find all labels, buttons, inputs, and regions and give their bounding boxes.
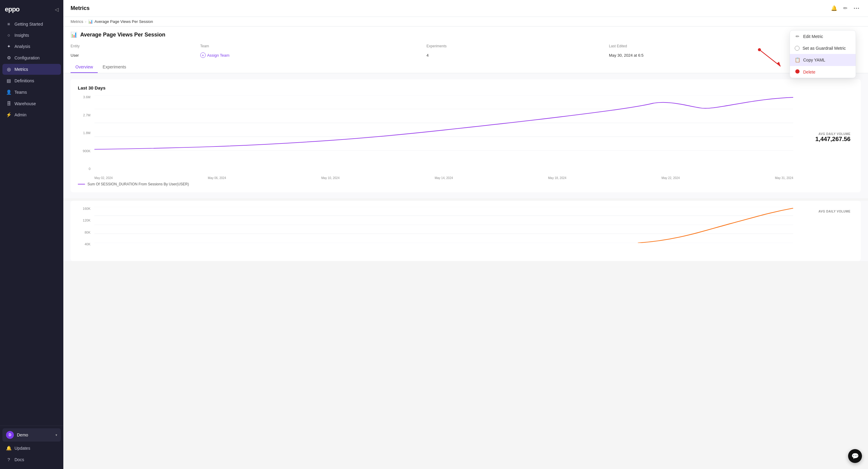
delete-icon <box>795 69 800 74</box>
y2-label-120k: 120K <box>83 219 91 222</box>
avg-volume-box: AVG DAILY VOLUME 1,447,267.56 <box>815 132 850 142</box>
sidebar-bottom: D Demo ▾ 🔔 Updates ? Docs <box>0 426 63 469</box>
sidebar-item-admin[interactable]: ⚡ Admin <box>2 109 61 120</box>
user-menu[interactable]: D Demo ▾ <box>2 428 61 442</box>
app-logo: eppo <box>5 5 20 13</box>
y-label-2.7m: 2.7M <box>83 113 91 117</box>
user-name: Demo <box>17 433 53 437</box>
sidebar-item-warehouse[interactable]: 🗄 Warehouse <box>2 98 61 109</box>
x-label-may18: May 18, 2024 <box>548 176 566 180</box>
sidebar: eppo ◁ ≡ Getting Started ○ Insights ✦ An… <box>0 0 63 469</box>
chat-button[interactable]: 💬 <box>848 449 862 463</box>
metric-breadcrumb-icon: 📊 <box>88 19 93 24</box>
tabs: Overview Experiments <box>70 62 861 73</box>
tab-experiments[interactable]: Experiments <box>98 62 131 73</box>
x-label-may02: May 02, 2024 <box>94 176 113 180</box>
guardrail-icon <box>795 46 800 51</box>
metric-header: 📊 Average Page Views Per Session Entity … <box>63 27 868 73</box>
y2-label-160k: 160K <box>83 207 91 210</box>
chart2-svg <box>94 207 793 243</box>
copy-yaml-label: Copy YAML <box>803 58 825 62</box>
sidebar-item-label: Configuration <box>14 56 39 60</box>
entity-cell: User <box>70 50 200 60</box>
chevron-down-icon: ▾ <box>56 433 57 437</box>
chart-svg <box>94 95 793 159</box>
topbar: Metrics 🔔 ✏ ··· <box>63 0 868 17</box>
chart-section: Last 30 Days 3.6M 2.7M 1.8M 900K 0 <box>63 73 868 198</box>
configuration-icon: ⚙ <box>6 55 11 61</box>
metric-info-table: Entity Team Experiments Last Edited User… <box>70 42 861 60</box>
sidebar-item-label: Metrics <box>14 67 28 72</box>
sidebar-item-label: Admin <box>14 112 27 117</box>
sidebar-item-label: Teams <box>14 90 27 95</box>
breadcrumb-current-page: 📊 Average Page Views Per Session <box>88 19 153 24</box>
breadcrumb-metrics-link[interactable]: Metrics <box>70 19 83 24</box>
sidebar-header: eppo ◁ <box>0 0 63 18</box>
x-label-may06: May 06, 2024 <box>208 176 226 180</box>
sidebar-item-updates[interactable]: 🔔 Updates <box>2 443 61 454</box>
sidebar-item-label: Insights <box>14 33 29 38</box>
plus-circle-icon: + <box>200 53 206 58</box>
experiments-column-header: Experiments <box>427 42 609 50</box>
topbar-actions: 🔔 ✏ ··· <box>830 4 861 13</box>
edit-metric-item[interactable]: ✏ Edit Metric <box>790 30 856 42</box>
x-label-may31: May 31, 2024 <box>775 176 793 180</box>
sidebar-item-analysis[interactable]: ✦ Analysis <box>2 41 61 52</box>
getting-started-icon: ≡ <box>6 22 11 27</box>
sidebar-item-getting-started[interactable]: ≡ Getting Started <box>2 19 61 29</box>
sidebar-nav: ≡ Getting Started ○ Insights ✦ Analysis … <box>0 18 63 426</box>
y-label-900k: 900K <box>83 149 91 153</box>
avg-volume2-label: AVG DAILY VOLUME <box>818 210 850 213</box>
docs-icon: ? <box>6 457 11 462</box>
chart-title: Last 30 Days <box>78 85 854 91</box>
avatar: D <box>6 431 14 439</box>
set-guardrail-label: Set as Guardrail Metric <box>803 46 846 51</box>
sidebar-item-label: Definitions <box>14 78 34 83</box>
svg-point-10 <box>795 69 800 73</box>
chat-icon: 💬 <box>851 453 859 460</box>
definitions-icon: ▤ <box>6 78 11 83</box>
legend-label: Sum Of SESSION_DURATION From Sessions By… <box>88 182 189 186</box>
sidebar-item-metrics[interactable]: ◎ Metrics <box>2 64 61 75</box>
copy-yaml-item[interactable]: 📋 Copy YAML <box>790 54 856 66</box>
y-label-1.8m: 1.8M <box>83 131 91 135</box>
page-title: Metrics <box>70 5 90 11</box>
insights-icon: ○ <box>6 33 11 38</box>
sidebar-item-teams[interactable]: 👤 Teams <box>2 87 61 98</box>
delete-item[interactable]: Delete <box>790 66 856 78</box>
collapse-sidebar-button[interactable]: ◁ <box>55 7 59 12</box>
sidebar-item-label: Warehouse <box>14 101 36 106</box>
assign-team-button[interactable]: + Assign Team <box>200 53 229 58</box>
sidebar-item-docs[interactable]: ? Docs <box>2 454 61 465</box>
x-label-may22: May 22, 2024 <box>661 176 680 180</box>
more-options-button[interactable]: ··· <box>852 4 861 13</box>
avg-volume-label: AVG DAILY VOLUME <box>815 132 850 136</box>
teams-icon: 👤 <box>6 90 11 95</box>
bell-button[interactable]: 🔔 <box>830 4 838 13</box>
avg-volume-value: 1,447,267.56 <box>815 136 850 142</box>
sidebar-item-definitions[interactable]: ▤ Definitions <box>2 75 61 86</box>
metric-title-row: 📊 Average Page Views Per Session <box>70 31 861 38</box>
metric-title: Average Page Views Per Session <box>80 32 165 38</box>
main-content: Metrics 🔔 ✏ ··· Metrics › 📊 Average Page… <box>63 0 868 469</box>
edit-metric-icon: ✏ <box>795 34 800 39</box>
sidebar-item-configuration[interactable]: ⚙ Configuration <box>2 53 61 63</box>
chart2-container: 160K 120K 80K 40K <box>78 207 854 255</box>
metric-header-icon: 📊 <box>70 31 77 38</box>
edit-button[interactable]: ✏ <box>842 4 849 13</box>
dropdown-menu: ✏ Edit Metric Set as Guardrail Metric 📋 … <box>789 30 856 78</box>
y2-label-80k: 80K <box>85 231 91 234</box>
y2-label-40k: 40K <box>85 242 91 246</box>
copy-yaml-icon: 📋 <box>795 57 800 63</box>
warehouse-icon: 🗄 <box>6 101 11 106</box>
sidebar-item-label: Updates <box>14 446 30 450</box>
chart2-section: 160K 120K 80K 40K <box>63 201 868 261</box>
sidebar-item-label: Getting Started <box>14 22 43 27</box>
metrics-icon: ◎ <box>6 67 11 72</box>
breadcrumb-separator: › <box>85 19 86 24</box>
set-guardrail-item[interactable]: Set as Guardrail Metric <box>790 42 856 54</box>
tab-overview[interactable]: Overview <box>70 62 98 73</box>
sidebar-item-insights[interactable]: ○ Insights <box>2 30 61 40</box>
avg-volume2-box: AVG DAILY VOLUME <box>818 210 850 213</box>
y-label-3.6m: 3.6M <box>83 95 91 99</box>
